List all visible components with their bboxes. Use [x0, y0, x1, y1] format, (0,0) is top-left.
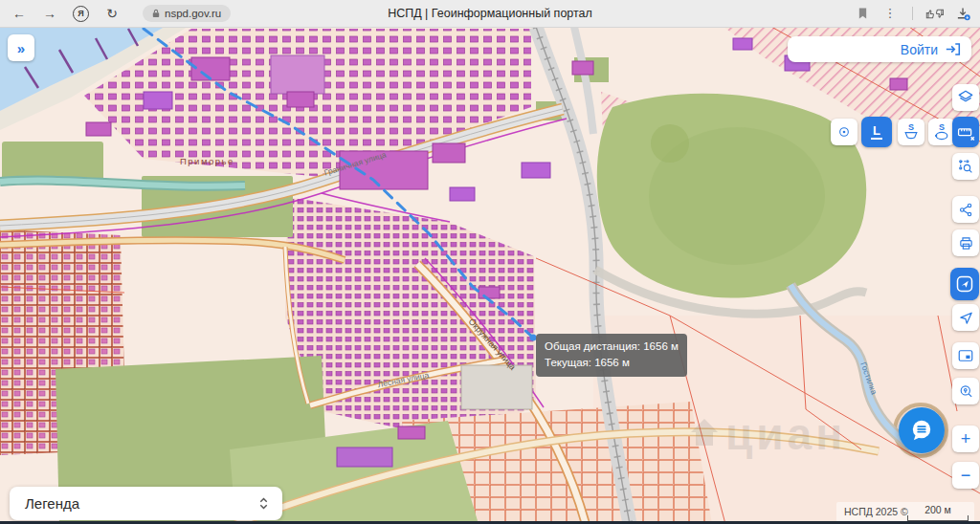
login-label: Войти [901, 42, 938, 57]
lock-icon [152, 9, 160, 18]
point-coordinates-button[interactable] [831, 119, 858, 145]
minimap-button[interactable] [952, 342, 979, 369]
area-search-button[interactable] [952, 153, 979, 180]
download-icon[interactable] [956, 7, 970, 21]
feedback-thumbs-icon[interactable] [925, 8, 944, 20]
scale-label: 200 м [924, 504, 951, 515]
expander-icon [258, 496, 269, 511]
chat-button[interactable] [899, 407, 945, 453]
navigation-arrow-icon [958, 310, 974, 326]
polygon-search-icon [957, 158, 974, 175]
zoom-in-button[interactable]: + [952, 426, 979, 452]
measure-tooltip: Общая дистанция: 1656 м Текущая: 1656 м [536, 334, 687, 377]
browser-toolbar: ← → Я ↻ nspd.gov.ru НСПД | Геоинформацио… [0, 0, 980, 28]
bookmark-icon[interactable] [858, 7, 868, 20]
geolocation-button[interactable] [952, 304, 979, 331]
pointer-box-icon [955, 274, 974, 294]
layers-icon [957, 89, 974, 106]
length-label: L [871, 124, 882, 140]
expand-panel-button[interactable]: » [8, 34, 34, 61]
share-button[interactable] [952, 196, 979, 223]
print-icon [958, 235, 974, 251]
measure-length-button[interactable]: L [861, 117, 892, 147]
measure-current: Текущая: 1656 м [545, 355, 679, 371]
layers-button[interactable] [952, 84, 979, 111]
legend-toggle[interactable]: Легенда [10, 487, 282, 520]
menu-button[interactable]: ⋮ [880, 0, 900, 27]
measure-area-polygon-button[interactable]: S [898, 119, 924, 145]
address-bar[interactable]: nspd.gov.ru [143, 5, 231, 22]
attribution: НСПД 2025 © [844, 506, 908, 517]
page-title: НСПД | Геоинформационный портал [239, 0, 741, 27]
back-button[interactable]: ← [10, 0, 29, 27]
divider [912, 7, 913, 20]
forward-button[interactable]: → [40, 0, 59, 27]
login-icon [945, 42, 962, 56]
ellipse-shape-icon [933, 131, 950, 141]
measure-button[interactable] [952, 117, 979, 147]
measure-total: Общая дистанция: 1656 м [545, 338, 679, 355]
legend-label: Легенда [25, 495, 79, 512]
double-chevron-right-icon: » [17, 40, 25, 56]
settlement-label: Приморье [180, 156, 234, 166]
minus-icon: − [961, 466, 971, 486]
share-icon [958, 202, 974, 218]
map-container: Приморье Граничная улица Окружная улица … [0, 27, 980, 524]
identify-tool-button[interactable] [950, 268, 979, 300]
url-text: nspd.gov.ru [165, 8, 221, 19]
map-canvas[interactable]: Приморье Граничная улица Окружная улица … [0, 27, 980, 524]
browser-logo-icon[interactable]: Я [73, 6, 89, 22]
ruler-icon [957, 123, 975, 142]
area-label: S [939, 123, 945, 131]
pin-search-icon [958, 383, 974, 400]
watermark-text: циан [725, 409, 846, 459]
point-icon [836, 124, 852, 140]
print-button[interactable] [952, 229, 979, 256]
zoom-out-button[interactable]: − [952, 462, 979, 489]
search-by-coordinates-button[interactable] [952, 378, 979, 404]
polygon-shape-icon [902, 131, 920, 141]
overview-map-icon [957, 347, 974, 364]
plus-icon: + [961, 429, 971, 449]
login-panel[interactable]: Войти [788, 36, 971, 62]
reload-button[interactable]: ↻ [102, 0, 122, 27]
measure-area-ellipse-button[interactable]: S [928, 119, 955, 145]
chat-bubble-icon [909, 418, 934, 443]
area-label: S [908, 123, 914, 131]
scale-bar: 200 м [907, 504, 969, 521]
